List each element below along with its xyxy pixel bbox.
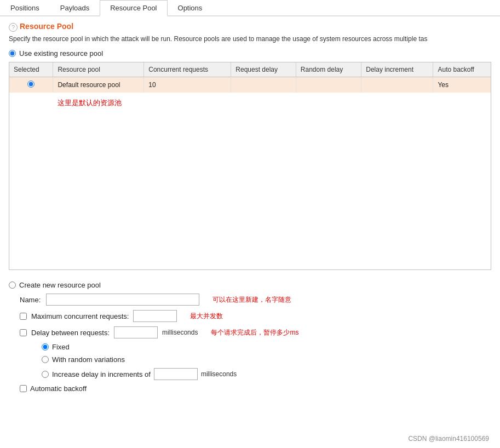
tab-options[interactable]: Options — [168, 0, 213, 16]
fixed-label: Fixed — [52, 343, 70, 351]
col-resource-pool: Resource pool — [53, 62, 144, 77]
auto-backoff-label: Automatic backoff — [30, 384, 87, 393]
col-auto-backoff: Auto backoff — [433, 62, 491, 77]
cell-request-delay — [231, 77, 296, 93]
col-selected: Selected — [9, 62, 53, 77]
annotation-max-concurrent: 最大并发数 — [190, 312, 223, 321]
increment-ms-label: milliseconds — [201, 370, 237, 378]
cell-selected[interactable] — [9, 77, 53, 93]
cell-resource-pool: Default resource pool — [53, 77, 144, 93]
increment-radio[interactable] — [42, 371, 49, 378]
page-body: ? Resource Pool Specify the resource poo… — [0, 16, 500, 400]
footer-note: CSDN @liaomin416100569 — [408, 435, 489, 443]
random-label: With random variations — [52, 355, 125, 364]
table-row[interactable]: Default resource pool 10 Yes — [9, 77, 491, 93]
name-input[interactable] — [46, 294, 199, 306]
use-existing-option[interactable]: Use existing resource pool — [9, 49, 491, 58]
delay-ms-label: milliseconds — [162, 329, 198, 336]
fixed-option[interactable]: Fixed — [9, 343, 491, 351]
annotation-new-pool: 可以在这里新建，名字随意 — [212, 295, 291, 305]
tab-bar: Positions Payloads Resource Pool Options — [0, 0, 500, 16]
help-icon[interactable]: ? — [9, 23, 18, 32]
col-random-delay: Random delay — [296, 62, 361, 77]
pool-select-radio[interactable] — [27, 81, 35, 88]
resource-pool-table: Selected Resource pool Concurrent reques… — [9, 62, 491, 111]
delay-input[interactable] — [114, 326, 158, 338]
fixed-radio[interactable] — [42, 343, 49, 351]
cell-concurrent-requests: 10 — [144, 77, 231, 93]
col-request-delay: Request delay — [231, 62, 296, 77]
max-concurrent-label: Maximum concurrent requests: — [31, 312, 129, 320]
col-concurrent-requests: Concurrent requests — [144, 62, 231, 77]
auto-backoff-checkbox[interactable] — [20, 385, 27, 392]
tab-positions[interactable]: Positions — [0, 0, 50, 16]
cell-random-delay — [296, 77, 361, 93]
table-header-row: Selected Resource pool Concurrent reques… — [9, 62, 491, 77]
create-section: Create new resource pool Name: 可以在这里新建，名… — [9, 279, 491, 395]
max-concurrent-checkbox[interactable] — [20, 313, 27, 320]
create-new-radio[interactable] — [9, 282, 16, 289]
page-description: Specify the resource pool in which the a… — [9, 35, 491, 43]
increment-label: Increase delay in increments of — [52, 370, 151, 378]
annotation-delay: 每个请求完成后，暂停多少ms — [211, 328, 298, 337]
use-existing-radio[interactable] — [9, 50, 16, 57]
create-new-label: Create new resource pool — [19, 281, 101, 289]
increment-option[interactable]: Increase delay in increments of millisec… — [9, 368, 491, 380]
random-radio[interactable] — [42, 356, 49, 363]
resource-pool-table-container: Selected Resource pool Concurrent reques… — [9, 62, 491, 270]
page-title: Resource Pool — [20, 22, 73, 31]
cell-auto-backoff: Yes — [433, 77, 491, 93]
create-header[interactable]: Create new resource pool — [9, 281, 491, 289]
tab-payloads[interactable]: Payloads — [50, 0, 100, 16]
use-existing-label: Use existing resource pool — [19, 49, 103, 58]
max-concurrent-input[interactable] — [133, 310, 177, 322]
col-delay-increment: Delay increment — [361, 62, 433, 77]
delay-checkbox[interactable] — [20, 329, 27, 336]
delay-label: Delay between requests: — [31, 329, 110, 337]
random-option[interactable]: With random variations — [9, 355, 491, 364]
tab-resource-pool[interactable]: Resource Pool — [100, 0, 167, 16]
increment-input[interactable] — [154, 368, 198, 380]
name-label: Name: — [20, 296, 42, 304]
annotation-row: 这里是默认的资源池 — [9, 93, 491, 111]
cell-delay-increment — [361, 77, 433, 93]
table-annotation: 这里是默认的资源池 — [58, 98, 486, 108]
